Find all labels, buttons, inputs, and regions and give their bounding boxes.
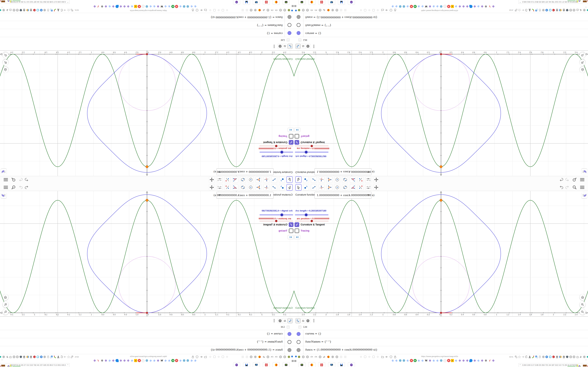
- tree-view-button[interactable]: [287, 318, 293, 323]
- globe-icon[interactable]: [301, 355, 305, 359]
- gear-icon[interactable]: [2, 8, 6, 12]
- globe-icon[interactable]: [572, 355, 576, 359]
- google-favicon[interactable]: G: [190, 5, 193, 8]
- line-through-points-tool-button[interactable]: [225, 184, 230, 190]
- tree-view-button[interactable]: [295, 44, 301, 49]
- collapse-button[interactable]: −: [298, 325, 301, 329]
- info-favicon[interactable]: i: [141, 5, 144, 8]
- arc-length-slider[interactable]: [259, 152, 293, 153]
- marker-icon[interactable]: [531, 355, 535, 359]
- angle-tool-button[interactable]: α: [350, 177, 356, 183]
- slider-tool-button[interactable]: a = 2: [365, 184, 371, 190]
- flower-favicon[interactable]: ✿: [127, 5, 130, 8]
- arrow-left-icon[interactable]: [199, 355, 203, 359]
- globe-icon[interactable]: [249, 355, 253, 359]
- url-display[interactable]: https://www.geogebra.org/classic/aagcxh3…: [420, 10, 459, 12]
- arc-position-point[interactable]: [440, 53, 442, 55]
- globe-icon[interactable]: [301, 8, 305, 12]
- arrow-left-icon[interactable]: [385, 355, 389, 359]
- yandex-favicon[interactable]: Я: [175, 5, 178, 8]
- line-tool-button[interactable]: [271, 184, 277, 190]
- move-tool-button[interactable]: [295, 176, 302, 183]
- flower-favicon[interactable]: ✿: [104, 359, 107, 362]
- function-dropdown[interactable]: 1.000000000000 + cos(4.000000000000 x): [216, 168, 274, 175]
- yandex-favicon[interactable]: Я: [138, 359, 141, 362]
- google-favicon[interactable]: G: [153, 359, 156, 362]
- f-script-favicon[interactable]: f: [97, 5, 100, 8]
- gear-red-app[interactable]: [318, 0, 325, 5]
- reload-icon[interactable]: [60, 355, 64, 359]
- folder-icon[interactable]: [381, 8, 384, 12]
- flower-favicon[interactable]: ✿: [466, 359, 469, 362]
- star-icon[interactable]: [67, 8, 70, 12]
- globe-icon[interactable]: [12, 355, 16, 359]
- menu-button[interactable]: [580, 177, 585, 182]
- blue-globe-favicon[interactable]: [146, 5, 148, 8]
- blue-globe-favicon[interactable]: [403, 359, 405, 362]
- zoom-out-button[interactable]: [579, 309, 585, 315]
- flower-favicon[interactable]: ✿: [492, 359, 495, 362]
- algebra-row-funcs[interactable]: funcs = {1.000000000000 + cos(4.00000000…: [294, 346, 588, 354]
- ellipse-tool-button[interactable]: [342, 177, 348, 183]
- polygon-tool-button[interactable]: [327, 184, 332, 190]
- ghost-button[interactable]: [343, 8, 347, 12]
- function-dropdown[interactable]: 1.000000000000 + cos(4.000000000000 x): [216, 192, 274, 199]
- tab-dot-icon[interactable]: [208, 8, 212, 12]
- gauge-icon[interactable]: [270, 8, 274, 12]
- monitor-app[interactable]: [253, 362, 260, 367]
- gauge-icon[interactable]: [310, 355, 313, 359]
- folder-icon[interactable]: [204, 355, 207, 359]
- marker-icon[interactable]: [531, 8, 535, 12]
- search-button[interactable]: [572, 177, 577, 182]
- arc-length-slider[interactable]: [259, 214, 293, 215]
- gear-red-app[interactable]: [318, 362, 325, 367]
- blue-globe-favicon[interactable]: [183, 5, 185, 8]
- tracing-checkbox[interactable]: [289, 134, 294, 139]
- line-through-points-tool-button[interactable]: [358, 184, 363, 190]
- blue-globe-favicon[interactable]: [403, 5, 405, 8]
- translate-blue-icon[interactable]: A: [50, 8, 53, 12]
- arc-position-slider-knob[interactable]: [275, 220, 277, 222]
- translate-blue-icon[interactable]: A: [535, 8, 538, 12]
- info-favicon[interactable]: i: [141, 359, 144, 362]
- visibility-marble[interactable]: [297, 23, 301, 27]
- wrench-icon[interactable]: [262, 355, 266, 359]
- tab-dot-icon[interactable]: [225, 8, 229, 12]
- chevron-up-icon[interactable]: ⌃: [67, 1, 69, 3]
- algebra-row-funcs[interactable]: funcs = {1.000000000000 + cos(4.00000000…: [294, 13, 588, 21]
- flower-favicon[interactable]: ✿: [123, 359, 126, 362]
- marker-icon[interactable]: [53, 8, 57, 12]
- line-tool-button[interactable]: [311, 184, 317, 190]
- flower-favicon[interactable]: ✿: [473, 359, 476, 362]
- yandex-favicon[interactable]: Я: [410, 5, 413, 8]
- star-icon[interactable]: [518, 355, 521, 359]
- flower-favicon[interactable]: ✿: [481, 5, 484, 8]
- globe-icon[interactable]: [306, 8, 309, 12]
- yandex-favicon[interactable]: Я: [410, 359, 413, 362]
- globe-icon[interactable]: [335, 355, 339, 359]
- polygon-tool-button[interactable]: [327, 177, 332, 183]
- undo-button[interactable]: [24, 177, 29, 182]
- menu-button[interactable]: [3, 185, 8, 190]
- shield-gray-icon[interactable]: [16, 8, 19, 12]
- owl-purple-app[interactable]: [348, 0, 355, 5]
- algebra-row-funcnames[interactable]: funcNames = {'' ''}: [294, 338, 588, 346]
- google-favicon[interactable]: G: [164, 5, 167, 8]
- flower-favicon[interactable]: ✿: [462, 359, 465, 362]
- gear-icon[interactable]: [254, 355, 257, 359]
- gear-icon[interactable]: [331, 8, 334, 12]
- gauge-icon[interactable]: [275, 8, 278, 12]
- shield-dark-icon[interactable]: [19, 355, 23, 359]
- gauge-icon[interactable]: [310, 8, 313, 12]
- ghost-button[interactable]: [339, 355, 343, 359]
- flower-favicon[interactable]: ✿: [462, 5, 465, 8]
- redo-button[interactable]: [18, 185, 23, 190]
- gear-icon[interactable]: [582, 355, 586, 359]
- url-display[interactable]: https://www.geogebra.org/classic/aagcxh3…: [129, 10, 168, 12]
- chevron-up-icon[interactable]: ⌃: [1, 5, 3, 8]
- owl-purple-app[interactable]: [233, 0, 240, 5]
- translate-icon[interactable]: Ax: [514, 8, 518, 12]
- fx-button[interactable]: fx: [282, 318, 287, 323]
- monitor-app[interactable]: [328, 362, 335, 367]
- google-favicon[interactable]: G: [454, 359, 458, 362]
